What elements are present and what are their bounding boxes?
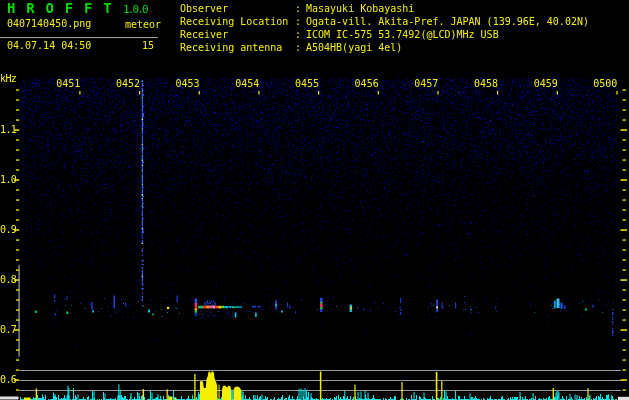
station-row-value: Masayuki Kobayashi: [306, 4, 414, 14]
station-row-colon: :: [295, 43, 301, 53]
station-row-label: Receiving Location: [180, 17, 288, 27]
station-row-value: ICOM IC-575 53.7492(@LCD)MHz USB: [306, 30, 499, 40]
station-row-value: Ogata-vill. Akita-Pref. JAPAN (139.96E, …: [306, 17, 589, 27]
freq-tick-label: 1.1: [0, 125, 15, 135]
station-row-label: Observer: [180, 4, 228, 14]
time-tick-label: 0459: [532, 79, 558, 89]
station-row-colon: :: [295, 30, 301, 40]
time-tick-label: 0456: [353, 79, 379, 89]
freq-tick-label: 0.9: [0, 225, 15, 235]
observation-datetime: 04.07.14 04:50: [7, 41, 91, 51]
station-row-colon: :: [295, 4, 301, 14]
freq-tick-label: 0.6: [0, 375, 15, 385]
freq-tick-label: 0.7: [0, 325, 15, 335]
time-tick-label: 0452: [114, 79, 140, 89]
mode-label: meteor: [125, 20, 161, 30]
time-tick-label: 0453: [174, 79, 200, 89]
station-row-label: Receiving antenna: [180, 43, 282, 53]
output-filename: 0407140450.png: [7, 19, 91, 29]
time-tick-label: 0457: [412, 79, 438, 89]
app-title: H R O F F T: [7, 2, 113, 15]
station-row-colon: :: [295, 17, 301, 27]
station-row-label: Receiver: [180, 30, 228, 40]
time-tick-label: 0455: [293, 79, 319, 89]
time-tick-label: 0500: [591, 79, 617, 89]
freq-tick-label: 0.8: [0, 275, 15, 285]
hrofft-window: H R O F F T 1.0.0 0407140450.png meteor …: [0, 0, 629, 400]
freq-tick-label: 1.0: [0, 175, 15, 185]
time-tick-label: 0458: [472, 79, 498, 89]
station-row-value: A504HB(yagi 4el): [306, 43, 402, 53]
y-axis-unit-label: kHz: [0, 74, 16, 84]
app-version: 1.0.0: [123, 4, 147, 15]
spectrogram-canvas: [0, 0, 629, 400]
echo-count: 15: [142, 41, 154, 51]
time-tick-label: 0451: [54, 79, 80, 89]
time-tick-label: 0454: [233, 79, 259, 89]
